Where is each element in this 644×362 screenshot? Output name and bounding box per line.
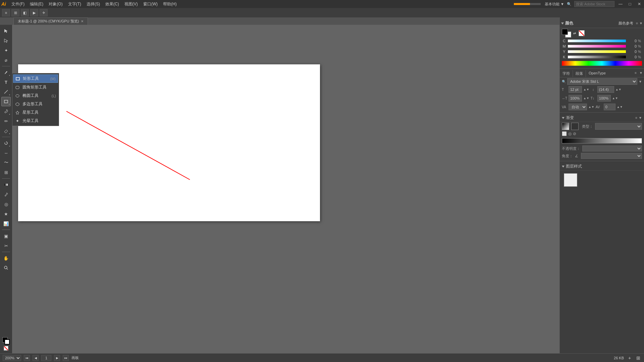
font-size-arrow[interactable]: ▲▼ — [583, 88, 589, 91]
nav-next-button[interactable]: ▶ — [54, 355, 60, 361]
artboard-number-input[interactable] — [41, 355, 51, 361]
flyout-rounded-rect-tool[interactable]: 圆角矩形工具 — [12, 83, 59, 92]
freemesh-tool[interactable]: ⊞ — [1, 168, 11, 177]
gradient-tool-btn[interactable] — [1, 180, 11, 189]
tab-character[interactable]: 字符 — [560, 70, 573, 77]
blend-tool[interactable]: ◎ — [1, 199, 11, 209]
black-slider[interactable] — [568, 56, 626, 58]
foreground-color-swatch[interactable] — [562, 29, 568, 35]
menu-effect[interactable]: 效果(C) — [103, 1, 122, 8]
font-family-select[interactable]: Adobe 宋体 Std L — [567, 78, 637, 85]
nav-prev-button[interactable]: ◀ — [33, 355, 39, 361]
yellow-slider[interactable] — [568, 50, 626, 53]
color-panel-options[interactable]: ≡ — [636, 21, 638, 25]
tracking-select[interactable]: 自动 — [569, 104, 587, 110]
color-spectrum[interactable] — [562, 61, 642, 66]
font-size-input[interactable] — [569, 86, 582, 93]
minimize-button[interactable]: — — [617, 1, 624, 7]
stroke-swatch[interactable] — [4, 339, 10, 345]
no-color-swatch[interactable] — [579, 30, 585, 36]
tab-close-button[interactable]: ✕ — [81, 19, 84, 23]
select-tool[interactable] — [1, 26, 11, 36]
menu-help[interactable]: 帮助(H) — [160, 1, 179, 8]
gradient-panel-expand[interactable]: ▼ — [639, 116, 642, 120]
magic-wand-tool[interactable]: ✦ — [1, 46, 11, 55]
leading-input[interactable] — [597, 86, 614, 93]
paintbrush-tool[interactable]: ▾ — [1, 107, 11, 116]
appearance-panel-header[interactable]: 图层样式 — [560, 163, 644, 171]
add-artboard-button[interactable]: + — [627, 355, 633, 361]
warp-tool[interactable]: 〜 — [1, 158, 11, 167]
pen-tool[interactable]: ▾ — [1, 68, 11, 77]
grid-btn[interactable]: ⊞ — [11, 9, 19, 16]
no-fill-icon[interactable] — [4, 346, 8, 351]
direct-select-tool[interactable] — [1, 36, 11, 45]
menu-object[interactable]: 对象(O) — [46, 1, 65, 8]
nav-first-button[interactable]: ⏮ — [24, 355, 30, 361]
graph-tool[interactable]: 📊 — [1, 219, 11, 228]
lasso-tool[interactable]: ⌀ — [1, 55, 11, 65]
hand-tool[interactable]: ✋ — [1, 253, 11, 263]
type-tool[interactable]: T — [1, 77, 11, 87]
baseline-input[interactable] — [604, 104, 615, 110]
leading-arrow[interactable]: ▲▼ — [615, 88, 622, 91]
tab-opentype[interactable]: OpenType — [586, 70, 608, 77]
flyout-flare-tool[interactable]: ✦ 光晕工具 — [12, 117, 59, 125]
shape-tool[interactable]: ▾ — [1, 97, 11, 106]
gradient-bar[interactable] — [562, 138, 642, 143]
flyout-star-tool[interactable]: 星形工具 — [12, 108, 59, 117]
gradient-linear-icon[interactable]: ⬜ — [562, 131, 567, 136]
typography-panel-expand[interactable]: ▼ — [638, 70, 644, 77]
restore-button[interactable]: □ — [627, 1, 633, 7]
gradient-opacity-select[interactable] — [582, 145, 642, 152]
artboard-panel-button[interactable]: ⊞ — [635, 355, 641, 361]
scale-v-arrow[interactable]: ▲▼ — [612, 97, 618, 100]
flyout-ellipse-tool[interactable]: 椭圆工具 (L) — [12, 92, 59, 100]
gradient-freeform-icon[interactable]: ⊘ — [573, 131, 576, 136]
flyout-polygon-tool[interactable]: 多边形工具 — [12, 100, 59, 108]
gradient-angle-select[interactable] — [581, 153, 642, 159]
tracking-arrow[interactable]: ▲▼ — [588, 105, 594, 109]
slice-tool[interactable]: ✂ — [1, 241, 11, 250]
menu-window[interactable]: 窗口(W) — [141, 1, 160, 8]
cyan-slider[interactable] — [568, 40, 626, 42]
send-btn[interactable]: ✈ — [40, 9, 48, 16]
width-tool[interactable]: ↔ — [1, 148, 11, 158]
menu-type[interactable]: 文字(T) — [65, 1, 84, 8]
document-tab[interactable]: 未标题-1 @ 200% (CMYK/GPU 预览) ✕ — [13, 17, 88, 25]
tab-paragraph[interactable]: 段落 — [573, 70, 586, 77]
magenta-slider[interactable] — [568, 45, 626, 48]
zoom-tool[interactable] — [1, 263, 11, 273]
color-panel-expand[interactable]: ▼ — [639, 21, 643, 25]
menu-select[interactable]: 选择(S) — [84, 1, 103, 8]
baseline-arrow[interactable]: ▲▼ — [617, 105, 623, 109]
arrow-mode-btn[interactable]: ▶ — [30, 9, 38, 16]
swap-colors-icon[interactable]: ⇄ — [573, 32, 576, 35]
close-button[interactable]: ✕ — [636, 1, 643, 7]
menu-view[interactable]: 视图(V) — [122, 1, 141, 8]
canvas-area[interactable] — [12, 25, 559, 353]
gradient-panel-options[interactable]: ≡ — [635, 116, 637, 120]
eyedropper-tool[interactable] — [1, 190, 11, 199]
eraser-tool[interactable]: ▾ — [1, 126, 11, 135]
gradient-panel-header[interactable]: 渐变 ≡ ▼ — [560, 114, 644, 122]
scale-h-arrow[interactable]: ▲▼ — [583, 97, 589, 100]
gradient-preview-swatch[interactable] — [562, 123, 569, 130]
zoom-select[interactable]: 200% — [3, 355, 21, 361]
search-stock-input[interactable] — [574, 1, 614, 7]
workspace-label[interactable]: 基本功能 ▼ — [545, 2, 564, 7]
gradient-type-select[interactable] — [595, 123, 642, 130]
menu-file[interactable]: 文件(F) — [9, 1, 27, 8]
rotate-tool[interactable]: ▾ — [1, 138, 11, 148]
color-collapse-icon[interactable] — [561, 22, 564, 24]
gradient-radial-icon[interactable]: ◎ — [568, 131, 572, 136]
pencil-tool[interactable]: ✏ — [1, 116, 11, 126]
arrange-btn[interactable]: ≡ — [2, 9, 10, 16]
vertical-scale-input[interactable] — [597, 95, 611, 102]
flyout-rectangle-tool[interactable]: 矩形工具 (M) — [13, 74, 58, 83]
nav-last-button[interactable]: ⏭ — [63, 355, 69, 361]
typography-panel-options[interactable]: ≡ — [633, 70, 638, 77]
line-segment-tool[interactable]: ▾ — [1, 87, 11, 97]
symbol-tool[interactable]: ★ — [1, 209, 11, 219]
gradient-black-swatch[interactable] — [571, 123, 579, 130]
